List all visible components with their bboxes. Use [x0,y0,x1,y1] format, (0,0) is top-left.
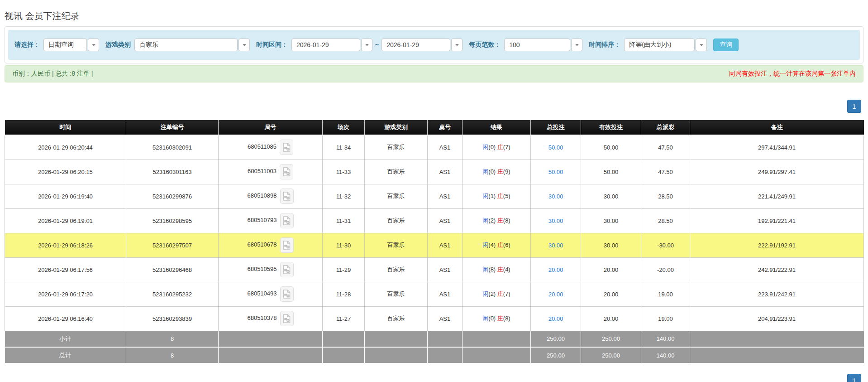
cell-time: 2026-01-29 06:17:56 [5,257,126,282]
cell-session: 11-31 [323,208,365,233]
cell-result: 闲(0) 庄(8) [463,306,531,331]
cell-remark: 221.41/249.91 [690,184,864,208]
total-bet-link[interactable]: 20.00 [548,315,563,322]
cell-valid-bet: 20.00 [581,257,641,282]
video-replay-icon[interactable] [280,237,294,253]
cell-result: 闲(1) 庄(5) [463,184,531,208]
cell-table-number: AS1 [428,233,463,257]
video-replay-icon[interactable] [280,140,293,155]
cell-game-type: 百家乐 [365,184,428,208]
chevron-down-icon[interactable] [451,39,463,51]
totals-total-bet: 250.00 [531,347,581,363]
result-player-value: (2) [488,217,497,224]
cell-remark: 222.91/192.91 [690,233,864,257]
date-from-value[interactable]: 2026-01-29 [291,39,360,51]
column-header: 有效投注 [581,120,641,135]
per-page-select[interactable]: 100 [504,39,582,51]
cell-round-number: 680510378 [219,306,323,331]
game-type-select[interactable]: 百家乐 [134,39,250,51]
result-banker-label: 庄 [497,266,503,273]
search-button[interactable]: 查询 [713,39,739,51]
result-player-label: 闲 [482,193,488,199]
cell-bet-number: 523160298595 [126,208,219,233]
cell-time: 2026-01-29 06:19:01 [5,208,126,233]
round-number-text: 680511003 [248,168,277,174]
cell-table-number: AS1 [428,282,463,306]
round-number-text: 680511085 [248,144,277,150]
column-header: 总投注 [531,120,581,135]
cell-game-type: 百家乐 [365,282,428,306]
result-banker-value: (4) [503,266,510,273]
totals-payout: 140.00 [641,331,690,347]
filter-panel: 请选择： 日期查询 游戏类别 百家乐 时间区间： 2026-01-29 ~ 20… [5,26,863,63]
cell-result: 闲(8) 庄(4) [463,257,531,282]
cell-remark: 242.91/222.91 [690,257,864,282]
total-bet-link[interactable]: 30.00 [548,242,563,249]
per-page-label: 每页笔数： [469,41,501,49]
table-row: 2026-01-29 06:20:44523160302091680511085… [5,135,864,160]
cell-total-bet: 20.00 [531,282,581,306]
total-bet-link[interactable]: 30.00 [548,218,563,224]
cell-payout: 47.50 [641,160,690,184]
date-to-select[interactable]: 2026-01-29 [382,39,463,51]
chevron-down-icon[interactable] [88,39,99,51]
time-sort-value[interactable]: 降幂(由大到小) [624,39,695,51]
cell-total-bet: 20.00 [531,306,581,331]
round-number-text: 680510378 [247,314,277,321]
video-replay-icon[interactable] [280,262,294,277]
round-number-text: 680510595 [247,266,277,272]
cell-total-bet: 50.00 [531,160,581,184]
total-bet-link[interactable]: 30.00 [548,193,563,200]
totals-game [365,331,428,347]
cell-bet-number: 523160296468 [126,257,219,282]
video-replay-icon[interactable] [280,213,294,228]
cell-game-type: 百家乐 [365,208,428,233]
chevron-down-icon[interactable] [571,39,582,51]
video-replay-icon[interactable] [280,311,294,326]
total-bet-link[interactable]: 50.00 [548,144,563,151]
column-header: 时间 [5,120,126,135]
total-bet-link[interactable]: 50.00 [548,169,563,175]
page-1-button[interactable]: 1 [847,374,861,382]
column-header: 桌号 [428,120,463,135]
page-title: 视讯 会员下注纪录 [5,10,868,22]
video-replay-icon[interactable] [280,164,293,179]
result-player-value: (2) [488,290,497,297]
game-type-value[interactable]: 百家乐 [134,39,238,51]
cell-result: 闲(2) 庄(8) [463,208,531,233]
subtotal-row: 小计8250.00250.00140.00 [5,331,864,347]
date-from-select[interactable]: 2026-01-29 [291,39,372,51]
notice-text: 同局有效投注，统一计算在该局第一张注单内 [729,70,856,78]
chevron-down-icon[interactable] [696,39,707,51]
cell-game-type: 百家乐 [365,257,428,282]
result-player-value: (0) [488,168,497,175]
query-type-select[interactable]: 日期查询 [43,39,99,51]
query-type-value[interactable]: 日期查询 [43,39,87,51]
chevron-down-icon[interactable] [361,39,372,51]
result-player-value: (0) [488,315,497,322]
cell-remark: 204.91/223.91 [690,306,864,331]
cell-remark: 223.91/242.91 [690,282,864,306]
chevron-down-icon[interactable] [238,39,250,51]
totals-payout: 140.00 [641,347,690,363]
cell-payout: 28.50 [641,208,690,233]
cell-table-number: AS1 [428,257,463,282]
time-sort-select[interactable]: 降幂(由大到小) [624,39,707,51]
cell-bet-number: 523160299876 [126,184,219,208]
per-page-value[interactable]: 100 [504,39,570,51]
cell-payout: 19.00 [641,282,690,306]
cell-session: 11-28 [323,282,365,306]
video-replay-icon[interactable] [280,189,294,204]
page-1-button[interactable]: 1 [847,100,861,113]
cell-result: 闲(0) 庄(9) [463,160,531,184]
totals-table [428,331,463,347]
date-to-value[interactable]: 2026-01-29 [382,39,450,51]
total-bet-link[interactable]: 20.00 [548,266,563,273]
cell-round-number: 680510678 [219,233,323,257]
cell-total-bet: 50.00 [531,135,581,160]
column-header: 结果 [463,120,531,135]
totals-total-bet: 250.00 [531,331,581,347]
result-player-value: (4) [488,242,497,248]
video-replay-icon[interactable] [280,286,294,302]
total-bet-link[interactable]: 20.00 [548,291,563,298]
